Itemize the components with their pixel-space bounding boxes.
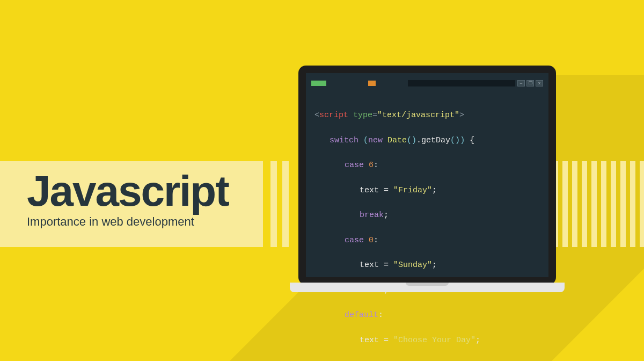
- toolbar-indicator-orange: [368, 81, 376, 86]
- code-token: "Sunday": [393, 261, 432, 270]
- code-token: text =: [360, 186, 393, 195]
- toolbar-address-bar: [408, 80, 515, 86]
- laptop-bezel: – ❐ x <script type="text/javascript"> sw…: [298, 66, 556, 285]
- code-token: "text/javascript": [377, 111, 459, 120]
- code-token: case: [345, 161, 369, 170]
- editor-screen: – ❐ x <script type="text/javascript"> sw…: [306, 73, 548, 277]
- decorative-bars-left: [270, 161, 289, 247]
- code-token: ;: [475, 336, 480, 345]
- code-token: default: [345, 311, 378, 320]
- close-icon[interactable]: x: [536, 80, 543, 86]
- code-token: text =: [360, 261, 393, 270]
- code-token: type: [348, 111, 372, 120]
- code-token: ): [460, 136, 465, 145]
- title-text: Javascript: [27, 171, 263, 212]
- code-token: =: [372, 111, 377, 120]
- code-token: ;: [384, 211, 389, 220]
- code-token: Date: [387, 136, 407, 145]
- code-token: ;: [432, 186, 437, 195]
- code-token: text =: [360, 336, 393, 345]
- minimize-icon[interactable]: –: [517, 80, 525, 86]
- code-token: break: [360, 211, 384, 220]
- code-token: 6: [369, 161, 374, 170]
- code-token: ;: [432, 261, 437, 270]
- code-token: :: [374, 161, 378, 170]
- code-token: "Friday": [393, 186, 432, 195]
- code-block: <script type="text/javascript"> switch (…: [314, 97, 480, 361]
- code-token: .: [416, 136, 421, 145]
- code-token: script: [319, 111, 348, 120]
- subtitle-text: Importance in web development: [27, 215, 263, 229]
- editor-toolbar: – ❐ x: [306, 81, 548, 86]
- code-token: <: [314, 111, 319, 120]
- code-token: (: [363, 136, 368, 145]
- toolbar-indicator-green: [311, 81, 326, 86]
- code-token: new: [368, 136, 387, 145]
- decorative-bars-right: [553, 161, 644, 247]
- code-token: {: [465, 136, 474, 145]
- code-token: 0: [369, 236, 374, 245]
- code-token: :: [374, 236, 378, 245]
- code-token: >: [459, 111, 464, 120]
- code-token: case: [345, 236, 369, 245]
- code-token: getDay: [421, 136, 450, 145]
- title-panel: Javascript Importance in web development: [0, 161, 263, 247]
- code-token: (): [450, 136, 460, 145]
- maximize-icon[interactable]: ❐: [526, 80, 534, 86]
- laptop-base: [290, 283, 565, 292]
- code-token: switch: [330, 136, 363, 145]
- code-token: :: [378, 311, 383, 320]
- code-token: (): [407, 136, 416, 145]
- code-token: "Choose Your Day": [393, 336, 475, 345]
